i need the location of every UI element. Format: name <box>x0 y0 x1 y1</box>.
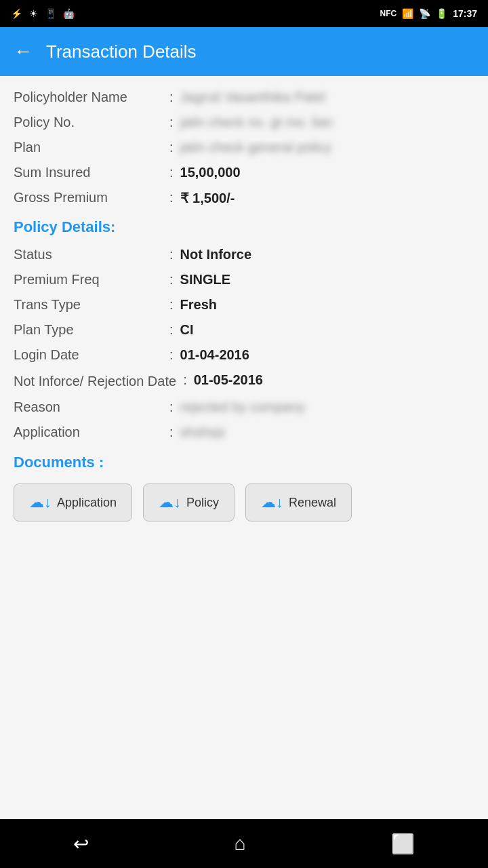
colon-8: : <box>169 297 174 313</box>
colon-2: : <box>169 115 174 130</box>
policyholder-name-value: Jagruti Vasanthika Patel <box>180 90 325 105</box>
premium-freq-label: Premium Freq <box>14 272 163 288</box>
recents-nav-icon[interactable]: ⬜ <box>391 833 415 855</box>
not-inforce-date-row: Not Inforce/ Rejection Date : 01-05-2016 <box>14 372 474 390</box>
colon-7: : <box>169 272 174 288</box>
colon-5: : <box>169 190 174 205</box>
policy-no-row: Policy No. : jatin check no. gt mo. lian <box>14 115 474 130</box>
page-title: Transaction Details <box>46 41 197 62</box>
colon-6: : <box>169 247 174 262</box>
application-cloud-icon: ☁↓ <box>29 494 52 511</box>
gross-premium-value: ₹ 1,500/- <box>180 190 235 206</box>
not-inforce-date-value: 01-05-2016 <box>194 372 263 388</box>
colon-11: : <box>183 372 187 388</box>
battery-icon: 🔋 <box>436 8 447 19</box>
status-row: Status : Not Inforce <box>14 247 474 262</box>
renewal-button-label: Renewal <box>289 496 336 510</box>
app-header: ← Transaction Details <box>0 27 488 76</box>
reason-value: rejected by company <box>180 399 306 415</box>
plan-type-value: CI <box>180 322 194 338</box>
back-nav-icon[interactable]: ↩ <box>73 833 89 855</box>
login-date-label: Login Date <box>14 347 163 363</box>
bottom-nav: ↩ ⌂ ⬜ <box>0 819 488 868</box>
policy-download-button[interactable]: ☁↓ Policy <box>143 484 235 521</box>
not-inforce-date-label: Not Inforce/ Rejection Date <box>14 372 176 390</box>
reason-row: Reason : rejected by company <box>14 399 474 415</box>
colon-9: : <box>169 322 174 338</box>
trans-type-label: Trans Type <box>14 297 163 313</box>
usb-icon: ⚡ <box>11 8 22 19</box>
trans-type-value: Fresh <box>180 297 217 313</box>
phone-icon: 📱 <box>45 8 56 19</box>
application-value: shshsjs <box>180 425 226 440</box>
android-icon: 🤖 <box>63 8 75 19</box>
sum-insured-label: Sum Insured <box>14 165 163 180</box>
plan-label: Plan <box>14 140 163 155</box>
wifi-icon: 📶 <box>402 8 413 19</box>
colon-13: : <box>169 425 174 440</box>
policyholder-name-row: Policyholder Name : Jagruti Vasanthika P… <box>14 90 474 105</box>
sum-insured-row: Sum Insured : 15,00,000 <box>14 165 474 180</box>
policy-cloud-icon: ☁↓ <box>159 494 181 511</box>
gross-premium-label: Gross Premium <box>14 190 163 205</box>
status-bar-left: ⚡ ☀ 📱 🤖 <box>11 8 75 19</box>
time-display: 17:37 <box>453 8 477 19</box>
colon-3: : <box>169 140 174 155</box>
policy-no-value: jatin check no. gt mo. lian <box>180 115 333 130</box>
home-nav-icon[interactable]: ⌂ <box>235 833 246 854</box>
status-label: Status <box>14 247 163 262</box>
application-row: Application : shshsjs <box>14 425 474 440</box>
signal-icon: 📡 <box>419 8 430 19</box>
colon-4: : <box>169 165 174 180</box>
document-buttons-container: ☁↓ Application ☁↓ Policy ☁↓ Renewal <box>14 484 474 521</box>
nfc-icon: NFC <box>380 9 397 18</box>
colon-12: : <box>169 399 174 415</box>
application-button-label: Application <box>57 496 117 510</box>
login-date-value: 01-04-2016 <box>180 347 249 363</box>
content-area: Policyholder Name : Jagruti Vasanthika P… <box>0 76 488 819</box>
plan-type-row: Plan Type : CI <box>14 322 474 338</box>
sum-insured-value: 15,00,000 <box>180 165 241 180</box>
premium-freq-row: Premium Freq : SINGLE <box>14 272 474 288</box>
policy-button-label: Policy <box>186 496 219 510</box>
renewal-cloud-icon: ☁↓ <box>261 494 283 511</box>
policy-no-label: Policy No. <box>14 115 163 130</box>
application-download-button[interactable]: ☁↓ Application <box>14 484 132 521</box>
policyholder-name-label: Policyholder Name <box>14 90 163 105</box>
plan-value: jatin check general policy <box>180 140 331 155</box>
policy-details-heading: Policy Details: <box>14 218 474 236</box>
plan-type-label: Plan Type <box>14 322 163 338</box>
status-value: Not Inforce <box>180 247 252 262</box>
premium-freq-value: SINGLE <box>180 272 230 288</box>
application-label: Application <box>14 425 163 440</box>
documents-heading: Documents : <box>14 454 474 471</box>
colon-10: : <box>169 347 174 363</box>
back-button[interactable]: ← <box>14 41 33 62</box>
renewal-download-button[interactable]: ☁↓ Renewal <box>245 484 352 521</box>
brightness-icon: ☀ <box>29 8 38 19</box>
status-bar: ⚡ ☀ 📱 🤖 NFC 📶 📡 🔋 17:37 <box>0 0 488 27</box>
plan-row: Plan : jatin check general policy <box>14 140 474 155</box>
colon-1: : <box>169 90 174 105</box>
status-bar-right: NFC 📶 📡 🔋 17:37 <box>380 8 477 19</box>
gross-premium-row: Gross Premium : ₹ 1,500/- <box>14 190 474 206</box>
trans-type-row: Trans Type : Fresh <box>14 297 474 313</box>
login-date-row: Login Date : 01-04-2016 <box>14 347 474 363</box>
reason-label: Reason <box>14 399 163 415</box>
